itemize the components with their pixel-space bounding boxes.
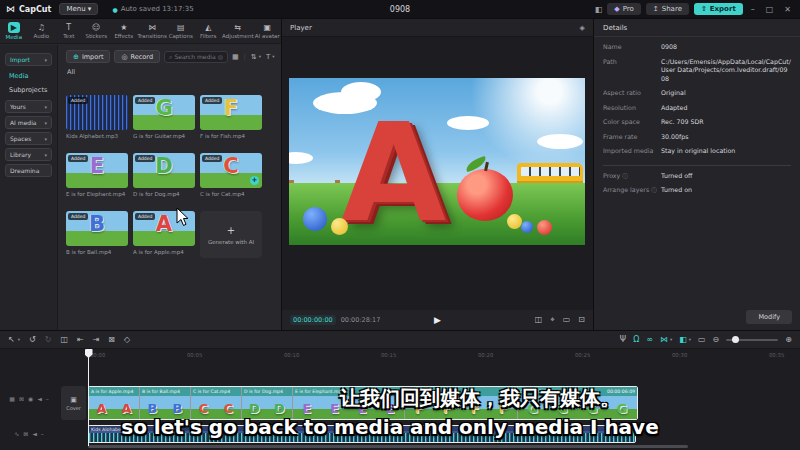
horizontal-scrollbar[interactable] <box>88 445 688 448</box>
close-button[interactable]: ✕ <box>781 5 794 14</box>
detail-row-color-space: Color spaceRec. 709 SDR <box>594 112 800 127</box>
video-preview[interactable]: A <box>289 78 585 245</box>
total-timecode: 00:00:28:17 <box>341 316 381 324</box>
trim-left-icon[interactable]: ⇤ <box>77 335 84 344</box>
focus-icon[interactable]: ⌖ <box>550 315 555 325</box>
media-item-d-dog[interactable]: AddedD D is for Dog.mp4 <box>133 153 195 197</box>
preview-axis-icon[interactable]: ▭ <box>698 335 706 344</box>
search-input[interactable]: ⌕ Search media ◎ <box>164 51 228 63</box>
cover-icon: ▣ <box>70 396 77 404</box>
tab-ai-avatar[interactable]: ▣AI avatar <box>254 19 282 43</box>
detail-row-resolution: ResolutionAdapted <box>594 98 800 113</box>
tab-stickers[interactable]: ☺Stickers <box>83 19 111 43</box>
preview-quality-icon[interactable]: ▭ <box>563 315 571 325</box>
added-badge: Added <box>68 97 88 104</box>
zoom-slider-knob[interactable] <box>732 336 739 343</box>
plus-icon: + <box>227 225 235 236</box>
detail-row-arrange-layers: Arrange layersⓘTurned on <box>594 180 800 195</box>
sidebar-item-subprojects[interactable]: Subprojects <box>9 86 48 94</box>
media-toolbar: ⊕Import ◎Record ⌕ Search media ◎ ▦ | ⇅▾ … <box>58 45 281 66</box>
grid-view-icon[interactable]: ▦ <box>232 53 239 61</box>
timeline-zoom-slider[interactable] <box>726 339 778 341</box>
menu-button[interactable]: Menu ▾ <box>59 3 98 15</box>
sidebar-item-spaces[interactable]: Spaces▾ <box>5 132 52 145</box>
filter-icon[interactable]: T <box>266 53 270 61</box>
ruler-label: 00:25 <box>575 352 590 358</box>
share-button[interactable]: ↥Share <box>646 3 689 15</box>
split-icon[interactable]: ◫ <box>60 335 68 344</box>
media-item-f-fish[interactable]: AddedF F is for Fish.mp4 <box>200 95 262 139</box>
video-track-header: ▦ ⊠ ◉ ◄ – <box>0 395 58 402</box>
timeline-toolbar: ↖▾ ↺ ↻ ◫ ⇤ ⇥ ⊠ ◇ Ψ Ω ∞ ⋈▾ ◧▾ ▭ ⊖ ⊕ <box>0 331 800 349</box>
red-ball <box>537 220 552 235</box>
adjustment-icon: ⇆ <box>234 23 241 32</box>
delete-icon[interactable]: ⊠ <box>108 335 115 344</box>
media-item-e-elephant[interactable]: AddedE E is for Elephant.mp4 <box>66 153 128 197</box>
keyframe-toggle-icon[interactable]: ◧ <box>679 335 687 344</box>
mic-icon[interactable]: Ψ <box>620 335 626 344</box>
subtitle-english: so let's go back to media and only media… <box>0 415 780 439</box>
mask-icon[interactable]: ◇ <box>124 335 130 344</box>
minimize-button[interactable]: – <box>748 5 758 14</box>
detail-row-frame-rate: Frame rate30.00fps <box>594 127 800 142</box>
sidebar-item-ai-media[interactable]: AI media▾ <box>5 116 52 129</box>
trim-right-icon[interactable]: ⇥ <box>93 335 100 344</box>
transition-toggle-icon[interactable]: ⋈ <box>660 335 668 344</box>
hide-icon[interactable]: ◉ <box>28 395 33 402</box>
tab-filters[interactable]: ◭Filters <box>194 19 222 43</box>
layout-icon[interactable]: ◧ <box>595 5 603 14</box>
tab-adjustment[interactable]: ⇆Adjustment <box>222 19 254 43</box>
detail-row-path: PathC:/Users/Emensis/AppData/Local/CapCu… <box>594 52 800 84</box>
magnet-toggle-icon[interactable]: Ω <box>633 335 639 344</box>
timeline-ruler[interactable]: 00:00 00:05 00:10 00:15 00:20 00:25 00:3… <box>58 349 800 362</box>
tab-text[interactable]: TText <box>55 19 83 43</box>
tab-transitions[interactable]: ⋈Transitions <box>138 19 167 43</box>
link-toggle-icon[interactable]: ∞ <box>646 335 653 344</box>
mute-icon[interactable]: ◄ <box>37 395 42 402</box>
search-scope-icon[interactable]: ◎ <box>218 53 223 60</box>
section-label-all: All <box>58 66 281 79</box>
sidebar-item-library[interactable]: Library▾ <box>5 148 52 161</box>
sidebar-item-import[interactable]: Import▾ <box>5 53 52 66</box>
ribbon-tabbar: ▶Media ♫Audio TText ☺Stickers ★Effects ⋈… <box>0 19 281 44</box>
zoom-out-icon[interactable]: ⊖ <box>713 335 720 344</box>
media-item-kids-alphabet[interactable]: Added Kids Alphabet.mp3 <box>66 95 128 139</box>
import-button[interactable]: ⊕Import <box>66 50 110 63</box>
player-menu-icon[interactable]: ◈ <box>580 24 585 32</box>
media-item-b-ball[interactable]: AddedB B is for Ball.mp4 <box>66 211 128 255</box>
sidebar-item-dreamina[interactable]: Dreamina <box>5 164 52 177</box>
player-header: Player ◈ <box>282 19 593 37</box>
ruler-label: 00:15 <box>381 352 396 358</box>
lock-icon[interactable]: ⊠ <box>19 395 24 402</box>
ruler-label: 00:35 <box>769 352 784 358</box>
player-title: Player <box>290 24 312 32</box>
sort-icon[interactable]: ⇅ <box>251 53 257 61</box>
tab-media[interactable]: ▶Media <box>0 19 28 43</box>
generate-with-ai-button[interactable]: + Generate with AI <box>200 211 262 258</box>
modify-button[interactable]: Modify <box>746 310 792 324</box>
redo-icon[interactable]: ↻ <box>45 335 52 344</box>
undo-icon[interactable]: ↺ <box>29 335 36 344</box>
add-to-timeline-button[interactable]: + <box>250 176 259 185</box>
compare-icon[interactable]: ◫ <box>535 315 543 325</box>
record-button[interactable]: ◎Record <box>114 50 160 63</box>
tab-captions[interactable]: ▤Captions <box>167 19 195 43</box>
fullscreen-icon[interactable]: ⊡ <box>578 315 585 325</box>
zoom-in-icon[interactable]: ⊕ <box>785 335 792 344</box>
maximize-button[interactable]: □ <box>763 5 777 14</box>
media-item-c-cat[interactable]: AddedC+ C is for Cat.mp4 <box>200 153 262 197</box>
select-tool-icon[interactable]: ↖ <box>8 335 15 344</box>
sidebar-item-media[interactable]: Media <box>9 72 48 80</box>
details-title: Details <box>594 19 800 37</box>
capcut-logo-icon: ⋈ <box>6 4 15 14</box>
sidebar-item-yours[interactable]: Yours▾ <box>5 100 52 113</box>
export-button[interactable]: ⇧Export <box>694 3 743 15</box>
chevron-down-icon: ▾ <box>44 120 47 126</box>
tab-audio[interactable]: ♫Audio <box>28 19 56 43</box>
tab-effects[interactable]: ★Effects <box>110 19 138 43</box>
collapse-icon[interactable]: – <box>46 395 49 402</box>
yellow-ball <box>331 218 348 235</box>
media-item-g-guitar[interactable]: AddedG G is for Guitar.mp4 <box>133 95 195 139</box>
pro-button[interactable]: ◆Pro <box>607 3 641 15</box>
import-icon: ⊕ <box>73 53 79 61</box>
